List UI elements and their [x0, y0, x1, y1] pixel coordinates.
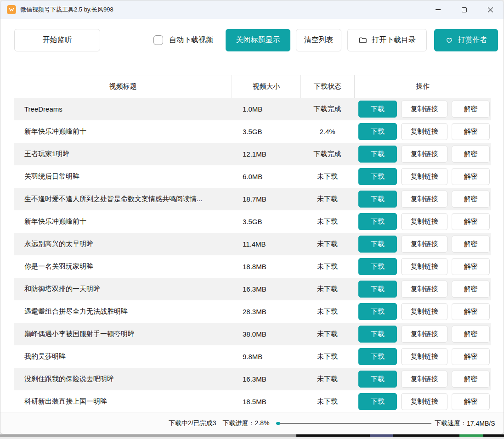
- decrypt-button[interactable]: 解密: [452, 236, 490, 253]
- heart-icon: [445, 36, 453, 45]
- copy-link-button[interactable]: 复制链接: [401, 168, 447, 185]
- decrypt-button[interactable]: 解密: [452, 191, 490, 208]
- copy-link-button[interactable]: 复制链接: [401, 348, 447, 365]
- download-button[interactable]: 下载: [358, 326, 397, 343]
- toolbar: 开始监听 自动下载视频 关闭标题显示 清空列表 打开下载目录 打赏作者: [14, 29, 504, 51]
- video-table: 视频标题 视频大小 下载状态 操作 TreeDreams 1.0MB 下载完成 …: [14, 75, 491, 413]
- maximize-icon: [462, 7, 467, 12]
- download-button[interactable]: 下载: [358, 146, 397, 163]
- video-title: 巅峰偶遇小李被国服射手一顿夸明眸: [14, 323, 232, 345]
- download-status: 未下载: [300, 300, 354, 323]
- status-left: 下载中2/已完成3 下载进度：2.8%: [169, 412, 269, 434]
- download-button[interactable]: 下载: [358, 168, 397, 185]
- download-button[interactable]: 下载: [358, 101, 397, 118]
- table-row: 生不逢时爱不逢人所到之处皆是命数文案情感共鸣阅读情... 18.7MB 未下载 …: [14, 188, 491, 210]
- maximize-button[interactable]: [451, 0, 477, 19]
- decrypt-button[interactable]: 解密: [452, 371, 490, 388]
- header-video-title: 视频标题: [14, 75, 232, 98]
- video-size: 18.8MB: [232, 255, 300, 278]
- copy-link-button[interactable]: 复制链接: [401, 258, 447, 275]
- copy-link-button[interactable]: 复制链接: [401, 101, 447, 118]
- download-button[interactable]: 下载: [358, 371, 397, 388]
- download-status: 下载完成: [300, 98, 354, 120]
- close-button[interactable]: [477, 0, 504, 19]
- copy-link-button[interactable]: 复制链接: [401, 303, 447, 320]
- video-size: 3.5GB: [232, 210, 300, 233]
- video-title: 没刹住跟我的保险说去吧明眸: [14, 368, 232, 390]
- copy-link-button[interactable]: 复制链接: [401, 213, 447, 230]
- status-bar: 下载中2/已完成3 下载进度：2.8% 下载速度： 17.4MB/S: [0, 412, 504, 434]
- decrypt-button[interactable]: 解密: [452, 393, 490, 410]
- download-button[interactable]: 下载: [358, 213, 397, 230]
- progress-text: 下载进度：2.8%: [222, 419, 269, 428]
- download-button[interactable]: 下载: [358, 281, 397, 298]
- donate-label: 打赏作者: [458, 35, 487, 45]
- open-download-dir-button[interactable]: 打开下载目录: [347, 29, 427, 51]
- copy-link-button[interactable]: 复制链接: [401, 281, 447, 298]
- video-title: 你是一名关羽玩家明眸: [14, 255, 232, 278]
- copy-link-button[interactable]: 复制链接: [401, 191, 447, 208]
- video-title: 新年快乐冲巅峰前十: [14, 120, 232, 143]
- copy-link-button[interactable]: 复制链接: [401, 326, 447, 343]
- table-row: 王者玩家1明眸 12.1MB 下载完成 下载 复制链接 解密: [14, 143, 491, 165]
- video-title: 永远别高兴的太早明眸: [14, 233, 232, 255]
- table-row: 新年快乐冲巅峰前十 3.5GB 2.4% 下载 复制链接 解密: [14, 120, 491, 143]
- copy-link-button[interactable]: 复制链接: [401, 371, 447, 388]
- download-button[interactable]: 下载: [358, 191, 397, 208]
- copy-link-button[interactable]: 复制链接: [401, 393, 447, 410]
- auto-download-checkbox[interactable]: [153, 35, 163, 45]
- desktop-taskbar-strip: [0, 434, 504, 437]
- video-size: 9.8MB: [232, 345, 300, 368]
- header-video-size: 视频大小: [232, 75, 300, 98]
- video-title: 和防御塔双排的一天明眸: [14, 278, 232, 300]
- auto-download-group: 自动下载视频: [153, 29, 213, 51]
- clear-list-button[interactable]: 清空列表: [296, 29, 341, 51]
- download-status: 未下载: [300, 390, 354, 413]
- download-button[interactable]: 下载: [358, 303, 397, 320]
- status-right: 下载速度： 17.4MB/S: [435, 412, 495, 434]
- table-row: 和防御塔双排的一天明眸 16.3MB 未下载 下载 复制链接 解密: [14, 278, 491, 300]
- video-size: 3.5GB: [232, 120, 300, 143]
- decrypt-button[interactable]: 解密: [452, 348, 490, 365]
- copy-link-button[interactable]: 复制链接: [401, 146, 447, 163]
- table-row: 永远别高兴的太早明眸 11.4MB 未下载 下载 复制链接 解密: [14, 233, 491, 255]
- start-listen-button[interactable]: 开始监听: [14, 29, 100, 51]
- download-status: 未下载: [300, 255, 354, 278]
- decrypt-button[interactable]: 解密: [452, 168, 490, 185]
- table-row: 我的吴莎明眸 9.8MB 未下载 下载 复制链接 解密: [14, 345, 491, 368]
- decrypt-button[interactable]: 解密: [452, 101, 490, 118]
- decrypt-button[interactable]: 解密: [452, 303, 490, 320]
- download-button[interactable]: 下载: [358, 393, 397, 410]
- donate-button[interactable]: 打赏作者: [434, 29, 498, 51]
- video-title: 关羽绕后日常明眸: [14, 165, 232, 188]
- table-header: 视频标题 视频大小 下载状态 操作: [14, 75, 491, 98]
- video-size: 12.1MB: [232, 143, 300, 165]
- progress-bar[interactable]: [276, 423, 431, 424]
- copy-link-button[interactable]: 复制链接: [401, 123, 447, 140]
- download-status: 未下载: [300, 323, 354, 345]
- decrypt-button[interactable]: 解密: [452, 326, 490, 343]
- decrypt-button[interactable]: 解密: [452, 123, 490, 140]
- progress-fill: [276, 422, 280, 425]
- download-status: 未下载: [300, 188, 354, 210]
- toggle-title-display-button[interactable]: 关闭标题显示: [226, 29, 290, 51]
- video-size: 18.7MB: [232, 188, 300, 210]
- decrypt-button[interactable]: 解密: [452, 258, 490, 275]
- download-status: 2.4%: [300, 120, 354, 143]
- download-button[interactable]: 下载: [358, 348, 397, 365]
- download-button[interactable]: 下载: [358, 123, 397, 140]
- decrypt-button[interactable]: 解密: [452, 281, 490, 298]
- decrypt-button[interactable]: 解密: [452, 213, 490, 230]
- copy-link-button[interactable]: 复制链接: [401, 236, 447, 253]
- download-status: 未下载: [300, 368, 354, 390]
- download-button[interactable]: 下载: [358, 236, 397, 253]
- video-size: 16.3MB: [232, 368, 300, 390]
- decrypt-button[interactable]: 解密: [452, 146, 490, 163]
- open-download-dir-label: 打开下载目录: [372, 35, 416, 45]
- video-size: 1.0MB: [232, 98, 300, 120]
- download-button[interactable]: 下载: [358, 258, 397, 275]
- table-row: 新年快乐冲巅峰前十 3.5GB 未下载 下载 复制链接 解密: [14, 210, 491, 233]
- minimize-button[interactable]: [425, 0, 451, 19]
- video-title: 王者玩家1明眸: [14, 143, 232, 165]
- download-counts: 下载中2/已完成3: [169, 419, 216, 428]
